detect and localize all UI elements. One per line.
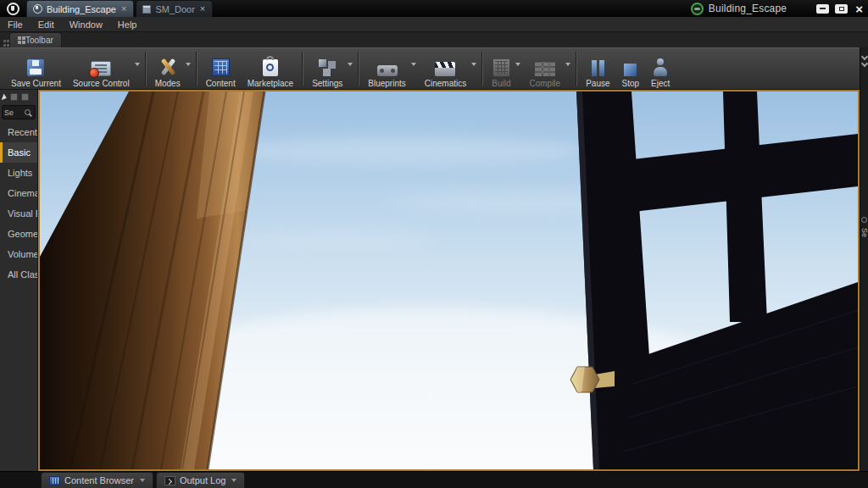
source-control-button[interactable]: Source Control <box>67 47 142 90</box>
tab-label: SM_Door <box>155 4 194 14</box>
play-session-icon <box>691 3 704 15</box>
menu-help[interactable]: Help <box>110 17 145 32</box>
eject-button[interactable]: Eject <box>645 47 676 90</box>
build-icon <box>493 59 509 76</box>
pause-button[interactable]: Pause <box>580 47 615 90</box>
static-mesh-icon <box>142 5 151 14</box>
close-icon[interactable]: × <box>199 4 206 14</box>
source-control-icon <box>91 61 111 76</box>
category-volumes[interactable]: Volume <box>0 244 37 264</box>
tab-label: Building_Escape <box>47 4 116 14</box>
menu-window[interactable]: Window <box>62 17 110 32</box>
menu-file[interactable]: File <box>0 17 31 32</box>
titlebar: Building_Escape × SM_Door × Building_Esc… <box>0 0 868 17</box>
toolbar-tab-label: Toolbar <box>25 36 53 45</box>
unreal-icon <box>33 4 42 14</box>
category-all-classes[interactable]: All Clas <box>0 264 37 285</box>
close-icon[interactable]: × <box>120 4 127 14</box>
chevron-down-icon[interactable] <box>140 479 145 482</box>
chevron-down-icon[interactable] <box>186 63 191 66</box>
right-dock-strip: Se <box>860 47 868 488</box>
settings-icon <box>317 58 337 76</box>
bottom-tab-label: Content Browser <box>64 475 134 485</box>
category-basic[interactable]: Basic <box>0 142 37 163</box>
chevron-down-icon[interactable] <box>515 63 520 66</box>
project-name: Building_Escape <box>709 3 787 14</box>
toolbar-separator <box>576 52 577 86</box>
paint-mode-icon[interactable] <box>10 93 18 101</box>
cloud <box>235 231 438 248</box>
toolbar-separator <box>302 52 303 86</box>
toolbar-separator <box>358 52 359 86</box>
cinematics-icon <box>435 62 455 76</box>
place-actors-panel: Recentl Basic Lights Cinema Visual E Geo… <box>0 90 38 471</box>
chevron-down-icon[interactable] <box>565 63 570 66</box>
category-cinematic[interactable]: Cinema <box>0 183 37 203</box>
collapsed-tab-label[interactable]: Se <box>860 228 868 237</box>
toolbar-overflow-icon[interactable] <box>860 47 868 66</box>
save-icon <box>27 59 44 76</box>
toolbar-separator <box>196 52 198 86</box>
tab-building-escape[interactable]: Building_Escape × <box>26 0 134 17</box>
toolbar-tab[interactable]: Toolbar <box>9 32 62 47</box>
category-lights[interactable]: Lights <box>0 163 37 183</box>
marketplace-button[interactable]: Marketplace <box>242 47 299 90</box>
stop-button[interactable]: Stop <box>616 47 646 90</box>
close-window-button[interactable]: × <box>855 3 863 15</box>
bottom-tab-label: Output Log <box>180 475 225 485</box>
build-button[interactable]: Build <box>486 47 523 90</box>
toolbar-tab-row: Toolbar <box>0 32 868 47</box>
chevron-down-icon[interactable] <box>348 63 353 66</box>
restore-icon <box>839 7 844 11</box>
chevron-down-icon[interactable] <box>471 63 476 66</box>
toolbar-separator <box>145 52 147 86</box>
unreal-engine-logo <box>7 3 19 15</box>
tab-sm-door[interactable]: SM_Door × <box>136 0 213 17</box>
settings-button[interactable]: Settings <box>306 47 355 90</box>
compile-button[interactable]: Compile <box>523 47 573 90</box>
category-geometry[interactable]: Geomet <box>0 224 37 244</box>
drag-grip-icon[interactable] <box>3 40 6 42</box>
bottom-bar: Content Browser Output Log <box>0 471 868 488</box>
menu-edit[interactable]: Edit <box>31 17 62 32</box>
landscape-mode-icon[interactable] <box>21 93 29 101</box>
blueprints-icon <box>377 65 398 76</box>
category-visual-effects[interactable]: Visual E <box>0 203 37 224</box>
restore-button[interactable] <box>835 4 848 14</box>
mode-tools-row <box>0 90 37 103</box>
search-input[interactable] <box>4 108 25 117</box>
viewport-scene <box>40 92 858 469</box>
content-button[interactable]: Content <box>200 47 242 90</box>
chevron-down-icon[interactable] <box>411 63 416 66</box>
search-box <box>2 105 36 119</box>
chevron-down-icon[interactable] <box>231 479 236 482</box>
output-log-icon <box>164 476 175 485</box>
chevron-down-icon[interactable] <box>135 63 140 66</box>
modes-icon <box>158 58 178 76</box>
menubar: File Edit Window Help <box>0 17 868 32</box>
modes-button[interactable]: Modes <box>149 47 193 90</box>
compile-icon <box>535 62 555 76</box>
minimize-button[interactable] <box>816 4 829 14</box>
minimize-icon <box>820 8 826 9</box>
eject-icon <box>652 58 669 76</box>
cinematics-button[interactable]: Cinematics <box>419 47 479 90</box>
pause-icon <box>591 60 605 76</box>
search-icon[interactable] <box>25 109 31 115</box>
stop-icon <box>624 64 637 76</box>
output-log-tab[interactable]: Output Log <box>156 472 245 488</box>
content-browser-tab[interactable]: Content Browser <box>41 472 153 488</box>
toolbar-separator <box>481 52 483 86</box>
save-current-button[interactable]: Save Current <box>5 47 67 90</box>
blueprints-button[interactable]: Blueprints <box>362 47 418 90</box>
cloud <box>226 137 582 164</box>
viewport[interactable] <box>38 90 860 471</box>
category-recently-placed[interactable]: Recentl <box>0 122 37 142</box>
content-browser-icon <box>212 58 230 76</box>
main-toolbar: Save Current Source Control Modes Conten… <box>0 47 868 90</box>
select-mode-icon[interactable] <box>2 93 8 101</box>
dock-circle-icon[interactable] <box>861 217 867 223</box>
marketplace-icon <box>263 59 278 76</box>
content-browser-icon <box>49 476 60 485</box>
grid-icon <box>18 36 21 40</box>
